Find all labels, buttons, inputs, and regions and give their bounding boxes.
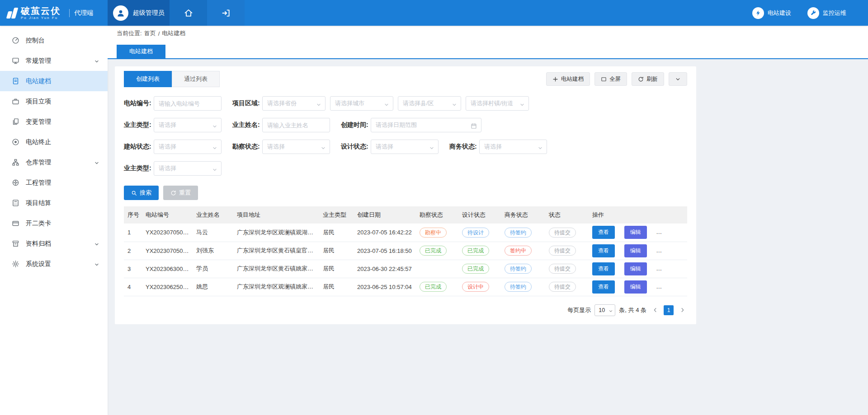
sidebar: 控制台 常规管理 电站建档 项目立项 变更管理 电站终止 仓库管理 工程管理 项… — [0, 26, 108, 415]
page-tab-station-archive[interactable]: 电站建档 — [117, 45, 165, 58]
view-button[interactable]: 查看 — [592, 226, 615, 239]
col-station-no: 电站编号 — [142, 206, 193, 224]
prev-page-button[interactable] — [650, 305, 660, 315]
view-button[interactable]: 查看 — [592, 280, 615, 294]
refresh-icon — [638, 76, 644, 82]
view-button[interactable]: 查看 — [592, 262, 615, 275]
logout-button[interactable] — [207, 0, 245, 26]
breadcrumb-home[interactable]: 首页 — [144, 29, 156, 37]
main-content: 当前位置: 首页 / 电站建档 电站建档 创建列表 通过列表 电站建档 全屏 刷… — [108, 26, 868, 415]
sidebar-item-console[interactable]: 控制台 — [0, 30, 108, 51]
chevron-down-icon — [94, 57, 99, 65]
user-icon — [116, 9, 125, 18]
collapse-button[interactable] — [669, 72, 687, 86]
fullscreen-button[interactable]: 全屏 — [594, 72, 627, 86]
edit-button[interactable]: 编辑 — [624, 262, 647, 275]
col-owner-type: 业主类型 — [319, 206, 354, 224]
chevron-down-icon — [519, 101, 525, 107]
page-number-1[interactable]: 1 — [664, 305, 674, 315]
monitor-icon — [12, 57, 19, 65]
sidebar-item-warehouse-mgmt[interactable]: 仓库管理 — [0, 152, 108, 173]
station-no-input[interactable] — [154, 96, 222, 111]
wrench-icon — [807, 7, 819, 19]
table-row: 1 YX2023070500011 马云 广东深圳龙华区观澜镇观湖路... 居民… — [124, 224, 687, 242]
build-status-select[interactable]: 请选择 — [154, 140, 222, 154]
void-button[interactable]: 作废 — [656, 244, 679, 257]
status-badge: 待提交 — [549, 282, 576, 292]
table-row: 2 YX2023070500010 刘强东 广东深圳龙华区黄石镇皇官大... 居… — [124, 242, 687, 260]
tab-created-list[interactable]: 创建列表 — [124, 71, 172, 87]
chevron-down-icon — [429, 144, 434, 151]
chevron-down-icon — [94, 261, 99, 268]
chevron-down-icon — [94, 240, 99, 247]
sidebar-item-station-archive[interactable]: 电站建档 — [0, 71, 108, 91]
create-time-label: 创建时间: — [341, 121, 371, 129]
home-button[interactable] — [170, 0, 207, 26]
next-page-button[interactable] — [677, 305, 687, 315]
business-status-badge: 签约中 — [505, 246, 532, 256]
city-select[interactable]: 请选择城市 — [330, 96, 393, 111]
tab-passed-list[interactable]: 通过列表 — [172, 71, 220, 87]
owner-type2-select[interactable]: 请选择 — [154, 161, 222, 176]
business-status-badge: 待签约 — [505, 282, 532, 292]
survey-status-label: 勘察状态: — [232, 143, 262, 151]
design-status-select[interactable]: 请选择 — [371, 140, 439, 154]
sidebar-item-project-settlement[interactable]: 项目结算 — [0, 193, 108, 213]
total-count-label: 条, 共 4 条 — [619, 306, 646, 314]
chevron-down-icon — [538, 144, 543, 151]
chevron-left-icon — [652, 307, 658, 313]
province-select[interactable]: 请选择省份 — [262, 96, 326, 111]
view-button[interactable]: 查看 — [592, 244, 615, 257]
district-select[interactable]: 请选择县/区 — [398, 96, 461, 111]
lightning-icon — [752, 7, 764, 19]
calendar-icon — [471, 122, 477, 129]
breadcrumb-prefix: 当前位置: — [117, 29, 142, 37]
void-button[interactable]: 作废 — [656, 262, 679, 275]
sidebar-item-station-termination[interactable]: 电站终止 — [0, 132, 108, 152]
nav-monitor-ops[interactable]: 监控运维 — [807, 7, 846, 19]
chevron-down-icon — [609, 308, 613, 314]
nav-station-build[interactable]: 电站建设 — [752, 7, 791, 19]
user-name: 超级管理员 — [133, 9, 165, 17]
user-menu[interactable]: 超级管理员 — [108, 0, 170, 26]
portal-label: 代理端 — [69, 9, 93, 17]
sidebar-item-system-settings[interactable]: 系统设置 — [0, 254, 108, 274]
sidebar-item-data-archive[interactable]: 资料归档 — [0, 233, 108, 254]
search-button[interactable]: 搜索 — [124, 186, 159, 200]
create-station-button[interactable]: 电站建档 — [546, 72, 590, 86]
chevron-down-icon — [212, 144, 217, 151]
top-bar: 破茧云伏 Po Jian Yun Fu 代理端 超级管理员 电站建设 监控运维 — [0, 0, 868, 26]
sidebar-item-general-mgmt[interactable]: 常规管理 — [0, 51, 108, 71]
pagination: 每页显示 10 条, 共 4 条 1 — [124, 304, 687, 316]
app-logo: 破茧云伏 Po Jian Yun Fu 代理端 — [0, 0, 108, 26]
refresh-button[interactable]: 刷新 — [632, 72, 664, 86]
app-subtitle: Po Jian Yun Fu — [21, 16, 61, 20]
logout-icon — [222, 9, 231, 18]
void-button[interactable]: 作废 — [656, 226, 679, 239]
business-status-select[interactable]: 请选择 — [479, 140, 547, 154]
card-icon — [12, 219, 19, 227]
status-badge: 待提交 — [549, 228, 576, 238]
edit-button[interactable]: 编辑 — [624, 244, 647, 257]
owner-name-input[interactable] — [262, 118, 330, 132]
edit-button[interactable]: 编辑 — [624, 280, 647, 294]
edit-button[interactable]: 编辑 — [624, 226, 647, 239]
reset-button[interactable]: 重置 — [163, 186, 198, 200]
col-created: 创建日期 — [354, 206, 416, 224]
survey-status-select[interactable]: 请选择 — [262, 140, 330, 154]
wheel-icon — [12, 179, 19, 187]
filter-form: 电站编号: 项目区域: 请选择省份 请选择城市 请选择县/区 请选择村镇/街道 — [124, 96, 687, 200]
col-status: 状态 — [545, 206, 589, 224]
sidebar-item-change-mgmt[interactable]: 变更管理 — [0, 112, 108, 132]
town-select[interactable]: 请选择村镇/街道 — [466, 96, 529, 111]
owner-type-select[interactable]: 请选择 — [154, 118, 222, 132]
sidebar-item-project-initiation[interactable]: 项目立项 — [0, 91, 108, 112]
date-range-input[interactable]: 请选择日期范围 — [371, 118, 481, 132]
table-row: 3 YX2023063000009 学员 广东深圳龙华区黄石镇姚家庄... 居民… — [124, 260, 687, 278]
per-page-select[interactable]: 10 — [594, 304, 615, 316]
sidebar-item-type2-card[interactable]: 开二类卡 — [0, 213, 108, 233]
sidebar-item-engineering-mgmt[interactable]: 工程管理 — [0, 173, 108, 193]
col-address: 项目地址 — [233, 206, 319, 224]
void-button[interactable]: 作废 — [656, 280, 679, 294]
reset-icon — [170, 190, 176, 196]
